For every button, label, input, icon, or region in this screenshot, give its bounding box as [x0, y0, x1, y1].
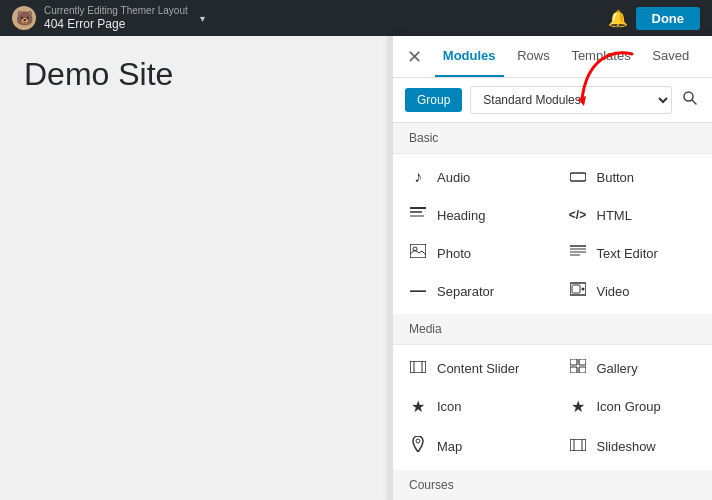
module-html-label: HTML — [597, 208, 632, 223]
editing-label: Currently Editing Themer Layout — [44, 4, 188, 17]
svg-rect-20 — [579, 359, 586, 365]
section-basic-header: Basic — [393, 123, 712, 154]
svg-point-23 — [416, 439, 420, 443]
module-audio-label: Audio — [437, 170, 470, 185]
photo-icon — [409, 244, 427, 262]
svg-rect-22 — [579, 367, 586, 373]
module-content-slider[interactable]: Content Slider — [393, 349, 553, 387]
module-separator-label: Separator — [437, 284, 494, 299]
icon-module-icon: ★ — [409, 397, 427, 416]
button-icon — [569, 168, 587, 186]
module-html[interactable]: </> HTML — [553, 196, 713, 234]
module-map[interactable]: Map — [393, 426, 553, 466]
slideshow-icon — [569, 437, 587, 455]
module-heading-label: Heading — [437, 208, 485, 223]
tabs: Modules Rows Templates Saved — [428, 36, 704, 77]
icon-group-icon: ★ — [569, 397, 587, 416]
module-icon-group[interactable]: ★ Icon Group — [553, 387, 713, 426]
html-icon: </> — [569, 208, 587, 222]
module-photo-label: Photo — [437, 246, 471, 261]
module-slideshow-label: Slideshow — [597, 439, 656, 454]
bell-icon[interactable]: 🔔 — [608, 9, 628, 28]
module-text-editor-label: Text Editor — [597, 246, 658, 261]
module-audio[interactable]: ♪ Audio — [393, 158, 553, 196]
module-map-label: Map — [437, 439, 462, 454]
separator-icon: — — [409, 282, 427, 300]
editing-info: Currently Editing Themer Layout 404 Erro… — [44, 4, 188, 33]
svg-rect-19 — [570, 359, 577, 365]
search-icon — [682, 90, 698, 106]
module-button-label: Button — [597, 170, 635, 185]
modules-panel: ✕ Modules Rows Templates Saved Group Sta… — [392, 36, 712, 500]
svg-rect-14 — [572, 285, 580, 293]
audio-icon: ♪ — [409, 168, 427, 186]
module-icon-label: Icon — [437, 399, 462, 414]
main-area: Demo Site ✕ Modules Rows Templates Saved… — [0, 36, 712, 500]
module-heading[interactable]: Heading — [393, 196, 553, 234]
search-button[interactable] — [680, 88, 700, 112]
close-button[interactable]: ✕ — [401, 40, 428, 74]
module-separator[interactable]: — Separator — [393, 272, 553, 310]
tab-modules[interactable]: Modules — [435, 36, 504, 77]
module-type-select[interactable]: Standard Modules — [470, 86, 672, 114]
svg-rect-21 — [570, 367, 577, 373]
basic-modules-grid: ♪ Audio Button Heading — [393, 154, 712, 314]
heading-icon — [409, 206, 427, 224]
map-icon — [409, 436, 427, 456]
tab-saved[interactable]: Saved — [644, 36, 697, 77]
svg-rect-16 — [410, 361, 426, 373]
section-media-header: Media — [393, 314, 712, 345]
svg-rect-7 — [410, 244, 426, 258]
content-slider-icon — [409, 359, 427, 377]
svg-line-2 — [692, 100, 696, 104]
module-text-editor[interactable]: Text Editor — [553, 234, 713, 272]
top-bar: 🐻 Currently Editing Themer Layout 404 Er… — [0, 0, 712, 36]
panel-header: ✕ Modules Rows Templates Saved — [393, 36, 712, 78]
svg-rect-24 — [570, 439, 586, 451]
chevron-down-icon[interactable]: ▾ — [200, 13, 205, 24]
media-modules-grid: Content Slider Gallery ★ Icon ★ Ic — [393, 345, 712, 470]
top-bar-left: 🐻 Currently Editing Themer Layout 404 Er… — [12, 4, 628, 33]
module-slideshow[interactable]: Slideshow — [553, 426, 713, 466]
module-gallery-label: Gallery — [597, 361, 638, 376]
gallery-icon — [569, 359, 587, 377]
tab-templates[interactable]: Templates — [563, 36, 638, 77]
group-button[interactable]: Group — [405, 88, 462, 112]
module-photo[interactable]: Photo — [393, 234, 553, 272]
module-gallery[interactable]: Gallery — [553, 349, 713, 387]
module-video[interactable]: Video — [553, 272, 713, 310]
module-icon[interactable]: ★ Icon — [393, 387, 553, 426]
video-icon — [569, 282, 587, 300]
module-content-slider-label: Content Slider — [437, 361, 519, 376]
panel-drag-handle[interactable] — [387, 36, 393, 500]
section-courses-header: Courses — [393, 470, 712, 500]
done-button[interactable]: Done — [636, 7, 701, 30]
text-editor-icon — [569, 244, 587, 262]
module-video-label: Video — [597, 284, 630, 299]
avatar: 🐻 — [12, 6, 36, 30]
svg-rect-3 — [570, 173, 586, 181]
tab-rows[interactable]: Rows — [509, 36, 558, 77]
page-name: 404 Error Page — [44, 17, 188, 33]
module-icon-group-label: Icon Group — [597, 399, 661, 414]
module-button[interactable]: Button — [553, 158, 713, 196]
svg-point-15 — [581, 288, 584, 291]
panel-body[interactable]: Basic ♪ Audio Button — [393, 123, 712, 500]
panel-toolbar: Group Standard Modules — [393, 78, 712, 123]
